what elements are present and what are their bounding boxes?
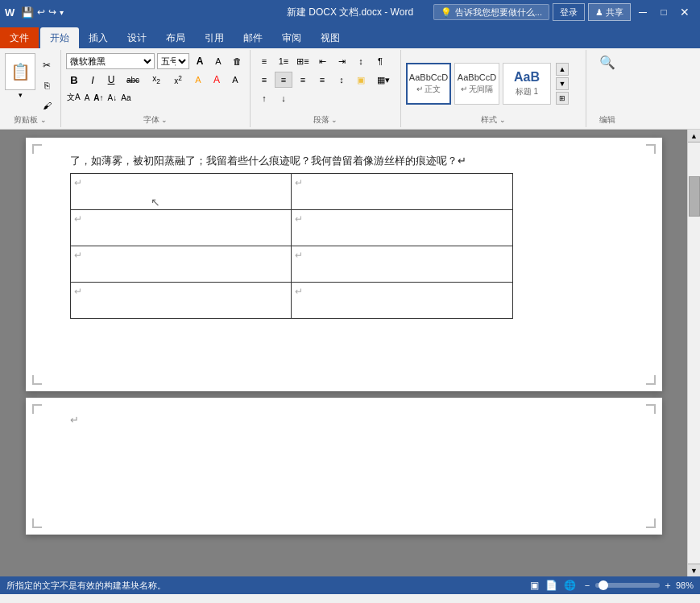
border-button[interactable]: ▦▾ [371,72,396,88]
styles-scroll-up-button[interactable]: ▲ [556,63,569,76]
status-bar: 所指定的文字不是有效的构建基块名称。 ▣ 📄 🌐 － ＋ 98% [0,576,700,594]
style-normal[interactable]: AaBbCcD ↵ 正文 [406,63,451,105]
save-icon[interactable]: 💾 [21,6,34,19]
view-web-button[interactable]: 🌐 [564,580,576,591]
page2-text[interactable]: ↵ [70,414,618,426]
align-left-button[interactable]: ≡ [255,72,273,88]
underline-button[interactable]: U [103,72,119,88]
styles-scroll-down-button[interactable]: ▼ [556,77,569,90]
close-button[interactable]: ✕ [676,3,694,21]
superscript-button[interactable]: x2 [168,72,188,88]
strikethrough-button[interactable]: abc [122,72,144,88]
increase-spacing-button[interactable]: ↓ [275,90,292,106]
zoom-in-button[interactable]: ＋ [663,579,673,593]
table-cell[interactable]: ↵ [292,283,513,319]
document-area: ↖ 了，如薄雾，被初阳蒸融了；我留着些什么痕迹呢？我何曾留着像游丝样的痕迹呢？↵… [0,130,687,576]
shading-button[interactable]: ▣ [352,72,370,88]
style-heading1[interactable]: AaB 标题 1 [503,63,551,105]
clipboard-group-label: 剪贴板 ⌄ [5,114,56,126]
decrease-indent-button[interactable]: ⇤ [313,53,331,69]
table-cell[interactable]: ↵ [70,246,292,283]
copy-button[interactable]: ⎘ [38,76,56,94]
styles-group: AaBbCcD ↵ 正文 AaBbCcD ↵ 无间隔 AaB 标题 1 ▲ ▼ … [401,50,586,127]
zoom-level: 98% [676,580,694,590]
status-message: 所指定的文字不是有效的构建基块名称。 [6,580,166,592]
share-button[interactable]: ♟ 共享 [588,3,631,21]
text-highlight-button[interactable]: A [190,72,206,88]
justify-button[interactable]: ≡ [313,72,331,88]
tab-design[interactable]: 设计 [118,27,156,48]
tab-mailings[interactable]: 邮件 [234,27,272,48]
zoom-out-button[interactable]: － [582,579,592,593]
maximize-button[interactable]: □ [655,3,673,21]
tab-references[interactable]: 引用 [195,27,234,48]
shrink-font-button[interactable]: A↓ [107,90,118,105]
align-center-button[interactable]: ≡ [275,72,292,88]
paste-button[interactable]: 📋 [5,53,35,90]
view-normal-button[interactable]: ▣ [530,580,539,591]
scroll-track [688,142,700,564]
table-row: ↵ ↵ [70,174,512,210]
view-print-button[interactable]: 📄 [545,580,557,591]
tab-home[interactable]: 开始 [40,27,79,48]
tab-insert[interactable]: 插入 [79,27,118,48]
decrease-font-button[interactable]: A [210,53,226,69]
zoom-controls: － ＋ 98% [582,579,694,593]
minimize-button[interactable]: ─ [634,3,652,21]
tab-layout[interactable]: 布局 [156,27,195,48]
page-1: ↖ 了，如薄雾，被初阳蒸融了；我留着些什么痕迹呢？我何曾留着像游丝样的痕迹呢？↵… [26,138,662,391]
table-row: ↵ ↵ [70,283,512,319]
subscript-button[interactable]: x2 [147,72,166,88]
tab-review[interactable]: 审阅 [272,27,311,48]
enlarge-font-button[interactable]: A↑ [93,90,104,105]
scroll-thumb[interactable] [689,176,700,217]
table-cell[interactable]: ↵ [292,246,513,283]
tell-me-box[interactable]: 💡 告诉我您想要做什么... [433,4,549,20]
font-color-button[interactable]: A [209,72,225,88]
numbering-button[interactable]: 1≡ [275,53,292,69]
clear-format-button[interactable]: 🗑 [229,53,245,69]
undo-icon[interactable]: ↩ [37,6,45,18]
show-formatting-button[interactable]: ¶ [371,53,389,69]
customize-icon[interactable]: ▾ [60,8,64,17]
doc-text-line[interactable]: 了，如薄雾，被初阳蒸融了；我留着些什么痕迹呢？我何曾留着像游丝样的痕迹呢？↵ [70,154,618,168]
increase-indent-button[interactable]: ⇥ [333,53,350,69]
zoom-slider[interactable] [595,583,660,588]
scroll-down-button[interactable]: ▼ [688,564,701,576]
table-cell[interactable]: ↵ [70,283,292,319]
multilevel-list-button[interactable]: ⊞≡ [294,53,312,69]
character-shading-button[interactable]: A [84,90,91,105]
login-button[interactable]: 登录 [553,3,585,21]
bullets-button[interactable]: ≡ [255,53,273,69]
styles-expand-button[interactable]: ⊞ [556,92,569,105]
title-bar-title: 新建 DOCX 文档.docx - Word [287,6,413,19]
bold-button[interactable]: B [66,72,82,88]
table-row: ↵ ↵ [70,210,512,246]
editing-group: 🔍 编辑 [586,50,628,127]
decrease-spacing-button[interactable]: ↑ [255,90,273,106]
align-right-button[interactable]: ≡ [294,72,312,88]
redo-icon[interactable]: ↪ [48,6,56,18]
tab-view[interactable]: 视图 [311,27,350,48]
text-effect-button[interactable]: A [227,72,243,88]
scroll-up-button[interactable]: ▲ [688,130,701,142]
change-case-button[interactable]: Aa [120,90,131,105]
style-no-spacing[interactable]: AaBbCcD ↵ 无间隔 [454,63,499,105]
font-name-select[interactable]: 微软雅黑 [66,53,155,69]
phonetic-button[interactable]: 文A [66,90,81,105]
table-cell[interactable]: ↵ [70,210,292,246]
table-cell[interactable]: ↵ [292,210,513,246]
table-cell[interactable]: ↵ [292,174,513,210]
italic-button[interactable]: I [85,72,101,88]
sort-button[interactable]: ↕ [352,53,370,69]
find-button[interactable]: 🔍 [591,53,623,71]
cut-button[interactable]: ✂ [38,56,56,74]
line-spacing-button[interactable]: ↕ [333,72,350,88]
tab-file[interactable]: 文件 [0,27,39,48]
format-painter-button[interactable]: 🖌 [38,97,56,114]
increase-font-button[interactable]: A [192,53,208,69]
font-size-select[interactable]: 五号 [157,53,189,69]
scrollbar-right[interactable]: ▲ ▼ [687,130,700,576]
table-cell[interactable]: ↵ [70,174,292,210]
editing-group-label: 编辑 [591,114,623,126]
